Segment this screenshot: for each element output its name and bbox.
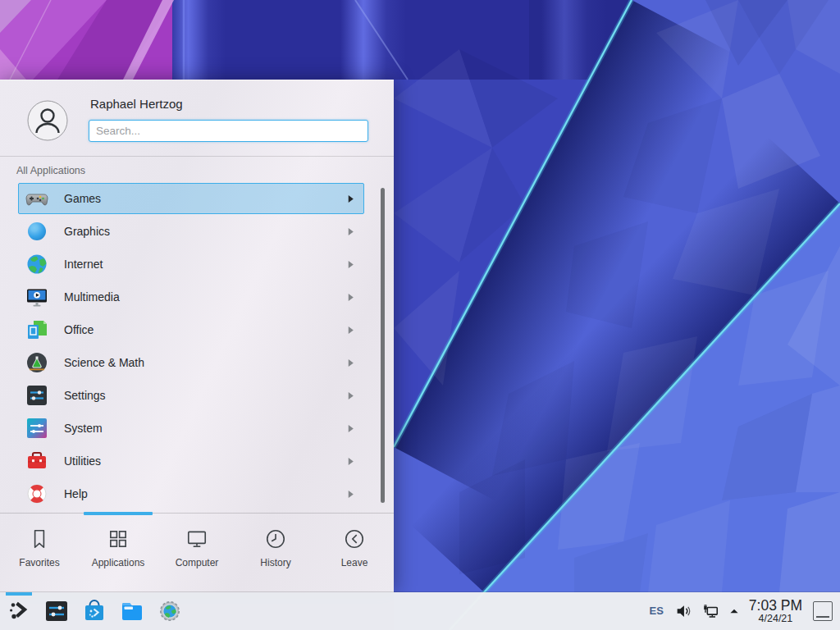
tab-label: History — [260, 557, 290, 568]
system-icon — [25, 417, 48, 440]
app-category-label: Settings — [64, 389, 106, 402]
system-tray: ES 7:03 PM 4/24/21 — [649, 598, 840, 624]
clock-time: 7:03 PM — [749, 598, 802, 614]
submenu-arrow-icon — [346, 490, 355, 499]
discover-icon[interactable] — [82, 599, 107, 623]
science-icon — [25, 351, 48, 374]
internet-icon — [25, 253, 48, 276]
browser-icon[interactable] — [158, 599, 182, 623]
app-category-label: Office — [64, 323, 94, 336]
submenu-arrow-icon — [346, 326, 355, 335]
scrollbar-thumb[interactable] — [381, 188, 385, 503]
app-category-label: Multimedia — [64, 290, 120, 304]
submenu-arrow-icon — [346, 227, 355, 236]
tab-computer[interactable]: Computer — [158, 514, 236, 592]
multimedia-icon — [25, 285, 48, 308]
app-category-help[interactable]: Help — [18, 478, 364, 509]
submenu-arrow-icon — [346, 260, 355, 269]
favorites-icon — [28, 527, 51, 550]
user-name: Raphael Hertzog — [90, 97, 183, 111]
volume-icon[interactable] — [674, 602, 692, 620]
app-category-utilities[interactable]: Utilities — [18, 445, 364, 477]
tab-applications[interactable]: Applications — [79, 514, 158, 592]
app-category-system[interactable]: System — [18, 413, 364, 444]
tab-label: Applications — [92, 557, 145, 568]
application-launcher-menu: Raphael Hertzog All Applications Games G… — [0, 80, 394, 592]
app-category-label: System — [64, 422, 103, 435]
file-manager-icon[interactable] — [120, 599, 144, 623]
launcher-active-indicator — [6, 592, 32, 596]
tab-leave[interactable]: Leave — [315, 514, 394, 592]
app-category-label: Games — [64, 192, 101, 205]
history-icon — [264, 527, 287, 550]
keyboard-layout-indicator[interactable]: ES — [649, 605, 663, 617]
search-input[interactable] — [89, 120, 368, 142]
submenu-arrow-icon — [346, 293, 355, 302]
tab-favorites[interactable]: Favorites — [0, 514, 79, 592]
app-category-science-math[interactable]: Science & Math — [18, 347, 364, 378]
computer-icon — [185, 527, 208, 550]
section-label: All Applications — [16, 165, 394, 176]
show-desktop-button[interactable] — [813, 601, 833, 621]
tab-label: Favorites — [19, 557, 59, 568]
app-launcher-button[interactable] — [7, 599, 31, 623]
help-icon — [25, 482, 48, 505]
network-icon[interactable] — [701, 602, 719, 620]
app-category-graphics[interactable]: Graphics — [18, 216, 364, 247]
settings-icon — [25, 384, 48, 407]
taskbar: ES 7:03 PM 4/24/21 — [0, 592, 840, 630]
expand-tray-icon[interactable] — [728, 605, 740, 617]
task-manager — [31, 599, 182, 623]
submenu-arrow-icon — [346, 457, 355, 466]
leave-icon — [343, 527, 366, 550]
tab-label: Computer — [176, 557, 219, 568]
app-category-label: Science & Math — [64, 356, 144, 369]
clock-date: 4/24/21 — [749, 614, 802, 625]
tab-history[interactable]: History — [236, 514, 315, 592]
submenu-arrow-icon — [346, 424, 355, 433]
tab-label: Leave — [341, 557, 368, 568]
app-category-label: Graphics — [64, 225, 110, 238]
app-category-games[interactable]: Games — [18, 183, 364, 214]
app-category-internet[interactable]: Internet — [18, 249, 364, 280]
app-category-settings[interactable]: Settings — [18, 380, 364, 411]
games-icon — [25, 187, 48, 210]
active-tab-indicator — [84, 512, 153, 515]
app-category-label: Utilities — [64, 454, 101, 468]
submenu-arrow-icon — [346, 358, 355, 368]
app-category-label: Internet — [64, 258, 103, 271]
graphics-icon — [25, 220, 48, 243]
utilities-icon — [25, 450, 48, 472]
app-category-label: Help — [64, 487, 88, 500]
user-avatar[interactable] — [27, 100, 68, 141]
office-icon — [25, 318, 48, 341]
applications-icon — [107, 527, 130, 550]
app-category-office[interactable]: Office — [18, 314, 364, 345]
app-category-list: Games Graphics Internet Multimedia Offic… — [0, 178, 394, 513]
submenu-arrow-icon — [346, 194, 355, 203]
system-settings-icon[interactable] — [44, 599, 69, 623]
digital-clock[interactable]: 7:03 PM 4/24/21 — [749, 598, 802, 624]
launcher-header: Raphael Hertzog — [0, 80, 394, 157]
app-category-multimedia[interactable]: Multimedia — [18, 281, 364, 313]
submenu-arrow-icon — [346, 391, 355, 400]
launcher-tab-bar: Favorites Applications Computer History … — [0, 513, 394, 592]
